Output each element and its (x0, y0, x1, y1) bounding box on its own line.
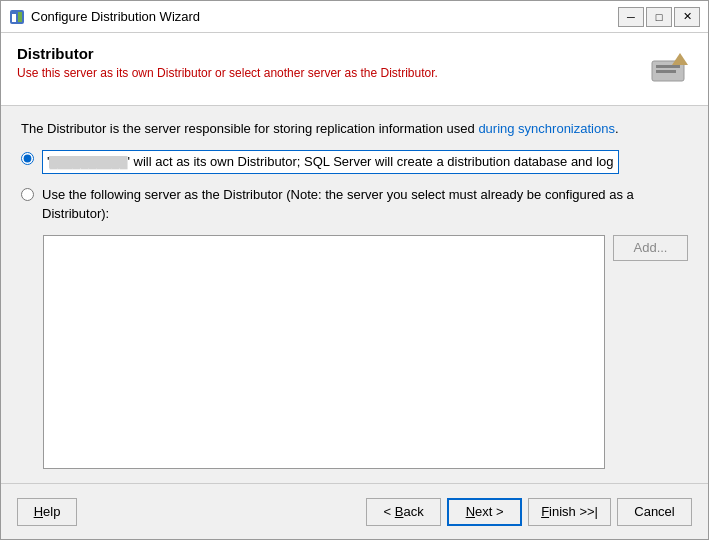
title-bar: Configure Distribution Wizard ─ □ ✕ (1, 1, 708, 33)
back-button[interactable]: < Back (366, 498, 441, 526)
header-title: Distributor (17, 45, 632, 62)
svg-rect-1 (12, 14, 16, 22)
minimize-button[interactable]: ─ (618, 7, 644, 27)
cancel-button[interactable]: Cancel (617, 498, 692, 526)
svg-marker-6 (672, 53, 688, 65)
svg-rect-4 (656, 65, 680, 68)
server-list-buttons: Add... (613, 235, 688, 469)
next-label: Next > (466, 504, 504, 519)
back-label: < Back (384, 504, 424, 519)
footer-left: Help (17, 498, 366, 526)
header-section: Distributor Use this server as its own D… (1, 33, 708, 106)
maximize-button[interactable]: □ (646, 7, 672, 27)
window-title: Configure Distribution Wizard (31, 9, 618, 24)
server-list-container: Add... (43, 235, 688, 469)
finish-label: Finish >>| (541, 504, 598, 519)
add-server-button[interactable]: Add... (613, 235, 688, 261)
next-button[interactable]: Next > (447, 498, 522, 526)
main-window: Configure Distribution Wizard ─ □ ✕ Dist… (0, 0, 709, 540)
description-text: The Distributor is the server responsibl… (21, 120, 688, 138)
help-button[interactable]: Help (17, 498, 77, 526)
header-icon (644, 45, 692, 93)
header-subtitle: Use this server as its own Distributor o… (17, 66, 632, 80)
header-text: Distributor Use this server as its own D… (17, 45, 632, 80)
window-controls: ─ □ ✕ (618, 7, 700, 27)
radio-other-label[interactable]: Use the following server as the Distribu… (42, 186, 688, 222)
content-area: The Distributor is the server responsibl… (1, 106, 708, 483)
help-label: Help (34, 504, 61, 519)
description-highlight: during synchronizations (478, 121, 615, 136)
server-list[interactable] (43, 235, 605, 469)
svg-rect-2 (18, 12, 22, 22)
footer: Help < Back Next > Finish >>| Cancel (1, 483, 708, 539)
cancel-label: Cancel (634, 504, 674, 519)
finish-button[interactable]: Finish >>| (528, 498, 611, 526)
svg-rect-5 (656, 70, 676, 73)
radio-self-label[interactable]: '██████████' will act as its own Distrib… (42, 150, 619, 174)
footer-right: < Back Next > Finish >>| Cancel (366, 498, 692, 526)
radio-option-other: Use the following server as the Distribu… (21, 186, 688, 222)
radio-option-self: '██████████' will act as its own Distrib… (21, 150, 688, 174)
radio-other-distributor[interactable] (21, 188, 34, 201)
close-button[interactable]: ✕ (674, 7, 700, 27)
radio-self-distributor[interactable] (21, 152, 34, 165)
app-icon (9, 9, 25, 25)
